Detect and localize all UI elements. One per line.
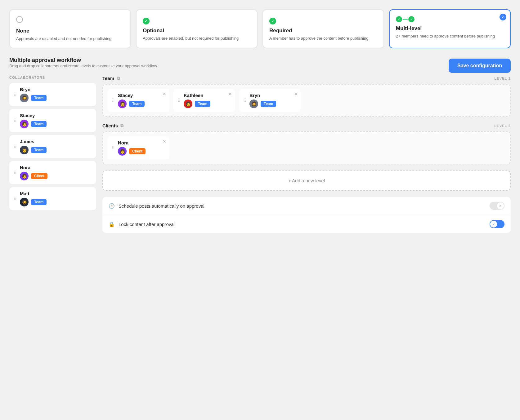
optional-icon: ✓ [143,16,251,24]
required-desc: A member has to approve the content befo… [269,36,377,41]
stacey-level1-name: Stacey [118,93,145,98]
nora-level2-avatar: 👩 [118,147,127,156]
main-layout: COLLABORATORS ⠿ Bryn 🧔 Team ⠿ Stacey 👩 T… [9,76,511,233]
approval-card-none[interactable]: None Approvals are disabled and not need… [9,9,131,48]
required-title: Required [269,28,377,34]
collaborator-matt[interactable]: ⠿ Matt 🧔 Team [9,187,96,210]
kathleen-level1-avatar: 👩 [184,99,192,108]
drag-stacey-level1[interactable]: ⠿ [112,98,115,103]
bryn-name: Bryn [20,87,47,92]
schedule-toggle-row: 🕐 Schedule posts automatically on approv… [102,197,511,215]
none-icon [16,16,124,25]
bryn-level1-avatar: 🧔 [249,99,258,108]
bryn-level1-badge: Team [261,101,276,107]
schedule-toggle[interactable]: ✕ [490,202,504,210]
multilevel-title: Multi-level [396,25,504,32]
remove-kathleen-level1-button[interactable]: ✕ [228,91,232,96]
lock-icon: 🔒 [109,221,115,227]
lock-toggle[interactable]: ✓ [490,220,504,228]
remove-bryn-level1-button[interactable]: ✕ [294,91,298,96]
level-1-label: LEVEL 1 [494,77,511,80]
collaborator-james[interactable]: ⠿ James 👨 Team [9,135,96,158]
nora-avatar: 👩 [20,172,29,180]
drag-handle-james[interactable]: ⠿ [14,144,17,149]
approval-type-selector: None Approvals are disabled and not need… [9,9,511,48]
lock-toggle-knob: ✓ [490,221,497,228]
lock-label: Lock content after approval [119,222,175,227]
levels-panel: Team ⧉ LEVEL 1 ⠿ Stacey 👩 Team [102,76,511,233]
optional-title: Optional [143,28,251,34]
save-configuration-button[interactable]: Save configuration [449,59,511,73]
matt-info: Matt 🧔 Team [20,191,47,206]
nora-info: Nora 👩 Client [20,165,47,180]
stacey-name: Stacey [20,113,47,118]
matt-name: Matt [20,191,47,196]
remove-stacey-level1-button[interactable]: ✕ [163,91,166,96]
james-name: James [20,139,47,144]
kathleen-level1-badge: Team [195,101,210,107]
drag-bryn-level1[interactable]: ⠿ [243,98,246,103]
bryn-badge: Team [31,95,47,101]
bryn-level1-name: Bryn [249,93,276,98]
stacey-info: Stacey 👩 Team [20,113,47,128]
james-badge: Team [31,147,47,153]
bryn-info: Bryn 🧔 Team [20,87,47,102]
matt-avatar: 🧔 [20,198,29,206]
collaborator-nora[interactable]: ⠿ Nora 👩 Client [9,161,96,184]
approval-card-required[interactable]: ✓ Required A member has to approve the c… [262,9,384,48]
matt-badge: Team [31,199,47,205]
approval-card-multilevel[interactable]: ✓ ✓ ✓ Multi-level 2+ members need to app… [389,9,511,48]
drag-handle-nora[interactable]: ⠿ [14,170,17,175]
collaborators-label: COLLABORATORS [9,76,96,79]
james-info: James 👨 Team [20,139,47,154]
required-icon: ✓ [269,16,377,24]
none-desc: Approvals are disabled and not needed fo… [16,36,124,42]
level-1-title: Team [102,76,114,81]
level-1-section: Team ⧉ LEVEL 1 ⠿ Stacey 👩 Team [102,76,511,117]
level-1-drop-area[interactable]: ⠿ Stacey 👩 Team ✕ ⠿ Kathleen [102,84,511,117]
member-card-kathleen-level1[interactable]: ⠿ Kathleen 👩 Team ✕ [173,89,235,112]
collaborator-stacey[interactable]: ⠿ Stacey 👩 Team [9,109,96,132]
level-2-label: LEVEL 2 [494,124,511,128]
collaborator-bryn[interactable]: ⠿ Bryn 🧔 Team [9,83,96,106]
selected-checkmark: ✓ [500,14,506,20]
workflow-title-block: Multiple approval workflow Drag and drop… [9,57,157,74]
schedule-label: Schedule posts automatically on approval [119,203,204,209]
multilevel-desc: 2+ members need to approve content befor… [396,33,504,39]
approval-card-optional[interactable]: ✓ Optional Approvals are enabled, but no… [136,9,258,48]
stacey-level1-avatar: 👩 [118,99,127,108]
multilevel-icon: ✓ ✓ ✓ [396,16,504,22]
schedule-icon: 🕐 [109,203,115,209]
optional-desc: Approvals are enabled, but not required … [143,36,251,41]
nora-badge: Client [31,173,47,179]
drag-handle-matt[interactable]: ⠿ [14,196,17,201]
nora-name: Nora [20,165,47,170]
stacey-avatar: 👩 [20,120,29,128]
drag-handle-stacey[interactable]: ⠿ [14,118,17,123]
level-2-title: Clients [102,123,118,128]
collaborators-panel: COLLABORATORS ⠿ Bryn 🧔 Team ⠿ Stacey 👩 T… [9,76,96,233]
workflow-title: Multiple approval workflow [9,57,157,64]
nora-level2-badge: Client [129,148,146,154]
copy-icon-level2[interactable]: ⧉ [120,123,123,128]
remove-nora-level2-button[interactable]: ✕ [163,139,166,144]
level-2-section: Clients ⧉ LEVEL 2 ⠿ Nora 👩 Client [102,123,511,164]
member-card-nora-level2[interactable]: ⠿ Nora 👩 Client ✕ [107,136,169,159]
drag-kathleen-level1[interactable]: ⠿ [177,98,181,103]
drag-handle-bryn[interactable]: ⠿ [14,92,17,97]
workflow-desc: Drag and drop collaborators and create l… [9,64,157,68]
member-card-bryn-level1[interactable]: ⠿ Bryn 🧔 Team ✕ [239,89,301,112]
member-card-stacey-level1[interactable]: ⠿ Stacey 👩 Team ✕ [107,89,169,112]
kathleen-level1-name: Kathleen [184,93,210,98]
workflow-header: Multiple approval workflow Drag and drop… [9,57,511,74]
james-avatar: 👨 [20,146,29,154]
schedule-toggle-knob: ✕ [497,202,504,209]
lock-toggle-row: 🔒 Lock content after approval ✓ [102,215,511,233]
level-2-drop-area[interactable]: ⠿ Nora 👩 Client ✕ [102,131,511,164]
none-title: None [16,28,124,34]
bryn-avatar: 🧔 [20,94,29,102]
add-new-level-button[interactable]: + Add a new level [102,170,511,191]
copy-icon-level1[interactable]: ⧉ [117,76,120,81]
drag-nora-level2[interactable]: ⠿ [112,145,115,150]
level-1-header: Team ⧉ LEVEL 1 [102,76,511,81]
